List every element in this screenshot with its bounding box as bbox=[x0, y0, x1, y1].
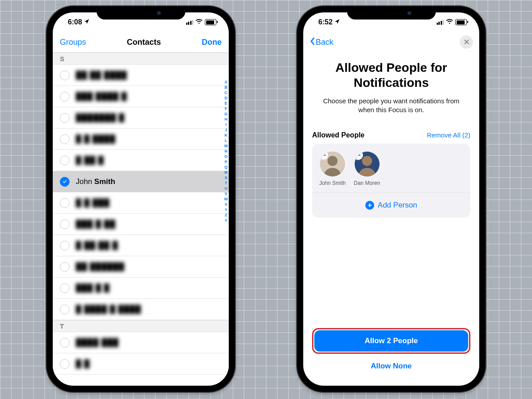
location-icon bbox=[334, 18, 340, 26]
contact-row[interactable]: ███ █ ██ bbox=[53, 214, 229, 235]
battery-icon bbox=[455, 19, 467, 25]
contact-name-blurred: █ █ bbox=[76, 360, 90, 368]
notch bbox=[347, 6, 436, 20]
close-button[interactable]: ✕ bbox=[460, 35, 473, 49]
cellular-icon bbox=[437, 20, 444, 25]
allow-people-button[interactable]: Allow 2 People bbox=[314, 330, 468, 352]
avatar bbox=[355, 152, 379, 176]
radio-icon bbox=[60, 113, 70, 123]
radio-icon bbox=[60, 338, 70, 348]
section-header-s: S bbox=[53, 53, 229, 65]
add-person-button[interactable]: + Add Person bbox=[312, 192, 470, 218]
contact-row[interactable]: █ ██ █ bbox=[53, 150, 229, 171]
allow-none-button[interactable]: Allow None bbox=[312, 356, 470, 377]
contact-row[interactable]: █ █ ███ bbox=[53, 192, 229, 214]
phone-frame-right: 6:52 Back ✕ All bbox=[297, 6, 485, 392]
contact-row[interactable]: ███ ████ █ bbox=[53, 86, 229, 107]
radio-icon bbox=[60, 156, 70, 165]
page-title: Allowed People for Notifications bbox=[312, 60, 470, 90]
remove-all-button[interactable]: Remove All (2) bbox=[427, 131, 470, 139]
checkmark-icon bbox=[60, 177, 70, 187]
radio-icon bbox=[60, 283, 70, 293]
radio-icon bbox=[60, 70, 70, 80]
battery-icon bbox=[205, 19, 216, 25]
xmark-icon: ✕ bbox=[463, 37, 470, 47]
done-button[interactable]: Done bbox=[202, 38, 222, 47]
status-time: 6:52 bbox=[318, 18, 332, 26]
home-indicator bbox=[110, 387, 172, 389]
status-time: 6:08 bbox=[68, 18, 82, 26]
person-name: John Smith bbox=[319, 180, 346, 186]
person-name: Dan Moren bbox=[354, 180, 380, 186]
contact-row[interactable]: ███ █ █ bbox=[53, 278, 229, 299]
contacts-navbar: Groups Contacts Done bbox=[53, 32, 229, 53]
svg-point-1 bbox=[328, 156, 338, 166]
home-indicator bbox=[360, 387, 422, 389]
plus-circle-icon: + bbox=[365, 201, 374, 210]
radio-icon bbox=[60, 359, 70, 369]
back-label: Back bbox=[316, 38, 333, 47]
contact-row[interactable]: ██ ██ ████ bbox=[53, 65, 229, 86]
highlight-box: Allow 2 People bbox=[312, 328, 470, 354]
allowed-people-label: Allowed People bbox=[312, 131, 364, 139]
svg-point-3 bbox=[362, 156, 372, 166]
wifi-icon bbox=[446, 18, 453, 26]
allowed-person[interactable]: John Smith bbox=[319, 152, 346, 186]
contact-name: John Smith bbox=[76, 177, 115, 186]
page-subtitle: Choose the people you want notifications… bbox=[320, 97, 462, 114]
contact-row[interactable]: ██ ██████ bbox=[53, 256, 229, 278]
page-title: Contacts bbox=[127, 38, 161, 47]
alpha-index[interactable]: ABCDEFGHIJKLMNOPQRSTUVWXYZ# bbox=[224, 79, 228, 223]
chevron-left-icon bbox=[309, 37, 315, 47]
contact-row[interactable]: █ ████ █ ████ bbox=[53, 299, 229, 320]
contact-name-blurred: █ ██ █ bbox=[76, 156, 104, 165]
contact-name-blurred: ███ █ █ bbox=[76, 284, 110, 293]
contact-name-blurred: █ ██ ██ █ bbox=[76, 241, 118, 250]
radio-icon bbox=[60, 198, 70, 208]
minus-icon bbox=[356, 155, 360, 156]
notch bbox=[97, 6, 185, 20]
contact-row[interactable]: █ ██ ██ █ bbox=[53, 235, 229, 256]
contact-name-blurred: ███ ████ █ bbox=[76, 92, 127, 101]
cellular-icon bbox=[186, 20, 194, 25]
radio-icon bbox=[60, 241, 70, 250]
contact-row[interactable]: ████ ███ bbox=[53, 332, 229, 353]
radio-icon bbox=[60, 305, 70, 314]
radio-icon bbox=[60, 134, 70, 144]
add-person-label: Add Person bbox=[378, 201, 417, 210]
groups-button[interactable]: Groups bbox=[60, 38, 86, 47]
contact-name-blurred: █ █ ███ bbox=[76, 199, 110, 207]
contact-row[interactable]: █ █ bbox=[53, 353, 229, 375]
contact-name-blurred: ██ ██ ████ bbox=[76, 71, 127, 80]
contact-name-blurred: ████ ███ bbox=[76, 338, 119, 347]
section-header-t: T bbox=[53, 320, 229, 332]
phone-frame-left: 6:08 Groups Contacts Done S ██ ██ ██████… bbox=[47, 6, 235, 392]
allowed-person[interactable]: Dan Moren bbox=[354, 152, 380, 186]
back-button[interactable]: Back bbox=[309, 37, 333, 47]
minus-icon bbox=[321, 155, 326, 156]
radio-icon bbox=[60, 262, 70, 272]
contact-row-selected[interactable]: John Smith bbox=[53, 171, 229, 192]
allowed-people-card: John SmithDan Moren + Add Person bbox=[312, 144, 470, 218]
contact-name-blurred: ██ ██████ bbox=[76, 262, 125, 271]
contact-row[interactable]: ███████ █ bbox=[53, 107, 229, 129]
radio-icon bbox=[60, 219, 70, 229]
radio-icon bbox=[60, 92, 70, 102]
contact-name-blurred: ███ █ ██ bbox=[76, 220, 116, 229]
contact-name-blurred: ███████ █ bbox=[76, 113, 125, 122]
wifi-icon bbox=[196, 18, 203, 26]
contact-name-blurred: █ █ ████ bbox=[76, 135, 116, 144]
contacts-list: S ██ ██ ███████ ████ ████████ ██ █ █████… bbox=[53, 53, 229, 375]
avatar bbox=[320, 152, 345, 176]
contact-row[interactable]: █ █ ████ bbox=[53, 129, 229, 150]
location-icon bbox=[84, 18, 90, 26]
contact-name-blurred: █ ████ █ ████ bbox=[76, 305, 141, 314]
